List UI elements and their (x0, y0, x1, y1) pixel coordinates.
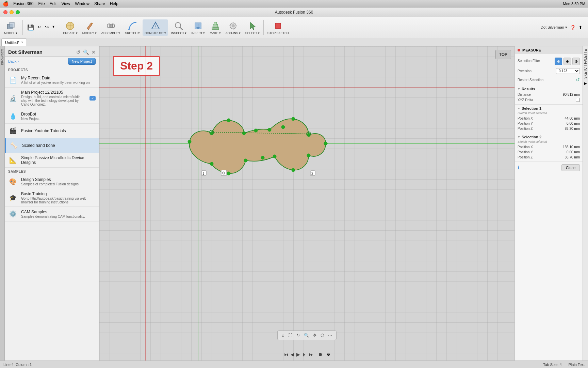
cam-samples-subtitle: Samples demonstrating CAM functionality. (21, 215, 96, 218)
menu-file[interactable]: File (38, 1, 45, 6)
playback-next-button[interactable]: ▶ (296, 352, 300, 357)
measure-close-button[interactable]: Close (561, 164, 580, 171)
precision-select[interactable]: 0.123 0.12 0.1 (556, 68, 580, 74)
maximize-window-button[interactable] (16, 10, 20, 14)
canvas-rotate-button[interactable]: ↻ (295, 332, 301, 338)
back-link[interactable]: Back › (8, 59, 19, 63)
filter-btn-1[interactable]: ⊙ (555, 58, 562, 65)
sidebar-item-dropbot[interactable]: 💧 DropBot New Project (5, 109, 99, 124)
sidebar-item-microfluidic[interactable]: 📐 Simple Passive Microfluidic Device Des… (5, 153, 99, 168)
menu-view[interactable]: View (61, 1, 70, 6)
create-icon (65, 20, 76, 31)
user-account-label[interactable]: Dot Silverman ▾ (541, 25, 567, 30)
svg-point-47 (188, 140, 191, 143)
toolbar-make[interactable]: MAKE ▾ (208, 19, 223, 36)
toolbar-assemble[interactable]: ASSEMBLE ▾ (99, 19, 122, 36)
close-window-button[interactable] (3, 10, 7, 14)
active-tab[interactable]: Untitled* × (1, 39, 27, 46)
menu-share[interactable]: Share (94, 1, 105, 6)
sidebar-item-cam-samples[interactable]: ⚙️ CAM Samples Samples demonstrating CAM… (5, 207, 99, 221)
cam-samples-title: CAM Samples (21, 210, 96, 214)
canvas-zoom-button[interactable]: 🔍 (303, 332, 310, 338)
toolbar-modify[interactable]: MODIFY ▾ (80, 19, 99, 36)
insert-icon (193, 20, 203, 31)
canvas-more-button[interactable]: ⋯ (327, 332, 333, 338)
sidebar-item-main-project[interactable]: 🔬 Main Project 12/2/2105 Design, build, … (5, 88, 99, 109)
toolbar-model[interactable]: MODEL ▾ (2, 19, 19, 36)
sel1-posy-value: 0.00 mm (567, 122, 580, 125)
sidebar-item-youtube[interactable]: 🎬 Fusion Youtube Tutorials (5, 124, 99, 138)
canvas-area[interactable]: Step 2 (99, 46, 514, 361)
menu-help[interactable]: Help (110, 1, 118, 6)
recent-icon: 📄 (8, 75, 18, 85)
sel2-triangle-icon: ▼ (518, 136, 520, 139)
menu-fusion360[interactable]: Fusion 360 (13, 1, 33, 6)
playback-play-button[interactable]: ⏵ (302, 352, 307, 357)
sidebar-item-bone[interactable]: 🦴 Scaled hand bone (5, 138, 99, 153)
undo-button[interactable]: ↩ (36, 24, 43, 31)
playback-prev-button[interactable]: ◀ (291, 352, 294, 357)
expand-icon[interactable]: ⬆ (578, 25, 583, 30)
toolbar-sketch[interactable]: SKETCH ▾ (123, 19, 142, 36)
status-bar: Line 4, Column 1 Tab Size: 4 Plain Text (0, 361, 588, 368)
sel2-posx-label: Position X (518, 145, 533, 149)
stop-sketch-icon (273, 20, 283, 31)
menu-window[interactable]: Window (75, 1, 89, 6)
toolbar-select[interactable]: SELECT ▾ (243, 19, 262, 36)
measure-info-icon[interactable]: ℹ (518, 165, 519, 170)
sidebar-item-basic-training[interactable]: 🎓 Basic Training Go to http://autode.sk/… (5, 189, 99, 207)
timeline-settings-icon[interactable]: ⚙ (327, 352, 330, 357)
resources-label: BROWSER (1, 49, 4, 65)
toolbar-create[interactable]: CREATE ▾ (61, 19, 80, 36)
playback-last-button[interactable]: ⏭ (309, 352, 314, 357)
apple-menu[interactable]: 🍎 (3, 1, 9, 6)
playback-first-button[interactable]: ⏮ (284, 352, 289, 357)
menu-bar: 🍎 Fusion 360 MODEL ▾ File Edit View Wind… (0, 0, 588, 7)
toolbar-insert[interactable]: INSERT ▾ (189, 19, 207, 36)
xyz-delta-checkbox[interactable] (576, 98, 580, 102)
help-icon[interactable]: ❓ (570, 25, 576, 30)
refresh-button[interactable]: ↺ (76, 49, 80, 55)
addins-icon (228, 20, 239, 31)
search-button[interactable]: 🔍 (83, 49, 89, 55)
main-project-icon: 🔬 (8, 93, 18, 103)
restart-selection-button[interactable]: ↺ (576, 77, 580, 82)
canvas-orbit-button[interactable]: ⬡ (319, 332, 325, 338)
sketch-palette-label[interactable]: SKETCH PALETTE (584, 48, 587, 80)
more-button[interactable]: ▾ (51, 24, 56, 31)
toolbar-inspect[interactable]: INSPECT ▾ (169, 19, 189, 36)
playback-record-button[interactable]: ⏺ (318, 352, 323, 357)
sel1-posy-label: Position Y (518, 122, 533, 125)
new-project-button[interactable]: New Project (68, 58, 96, 65)
toolbar-construct[interactable]: CONSTRUCT ▾ (143, 19, 168, 36)
canvas-fit-button[interactable]: ⛶ (287, 332, 294, 338)
sketch-palette-expand-icon[interactable]: ▶ (584, 81, 587, 85)
save-button[interactable]: 💾 (26, 24, 35, 31)
canvas-home-button[interactable]: ⌂ (280, 332, 285, 338)
sketch-icon (127, 20, 138, 31)
sidebar-item-design-samples[interactable]: 🎨 Design Samples Samples of completed Fu… (5, 174, 99, 189)
select-icon (247, 20, 258, 31)
svg-rect-29 (275, 23, 281, 29)
filter-btn-2[interactable]: ⊕ (564, 58, 571, 65)
tab-close-button[interactable]: × (21, 41, 23, 44)
microfluidic-content: Simple Passive Microfluidic Device Desgi… (21, 155, 96, 165)
svg-rect-21 (214, 22, 217, 25)
status-position: Line 4, Column 1 (3, 363, 32, 367)
minimize-window-button[interactable] (10, 10, 14, 14)
view-top-button[interactable]: TOP (495, 50, 511, 59)
toolbar-stop-sketch[interactable]: STOP SKETCH (265, 19, 291, 36)
redo-button[interactable]: ↪ (44, 24, 50, 31)
menu-edit[interactable]: Edit (50, 1, 57, 6)
svg-point-35 (281, 125, 285, 129)
close-sidebar-button[interactable]: ✕ (92, 49, 96, 55)
filter-btn-3[interactable]: ⊗ (572, 58, 580, 65)
canvas-pan-button[interactable]: ✥ (312, 332, 318, 338)
toolbar-divider-1 (22, 20, 23, 35)
bone-icon: 🦴 (9, 141, 19, 150)
basic-training-content: Basic Training Go to http://autode.sk/ba… (21, 191, 96, 204)
view-cube: TOP (495, 50, 511, 59)
toolbar-addins[interactable]: ADD-INS ▾ (224, 19, 243, 36)
sidebar-item-recent[interactable]: 📄 My Recent Data A list of what you've r… (5, 73, 99, 88)
distance-value: 90.512 mm (563, 93, 580, 96)
